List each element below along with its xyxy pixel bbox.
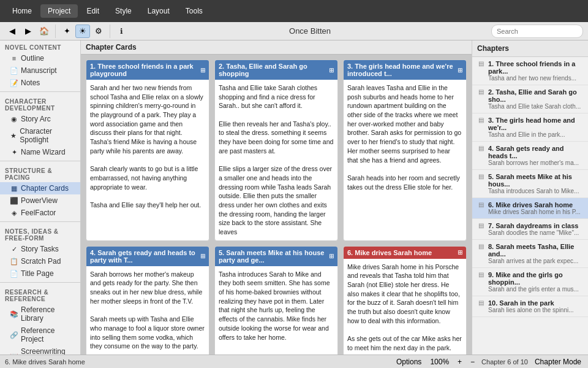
card-1[interactable]: 1. Three school friends in a park playgr…	[86, 59, 209, 241]
sidebar-label-chapter-cards: Chapter Cards	[21, 184, 69, 193]
chapter-title-5: 5. Sarah meets Mike at his hous...	[488, 173, 584, 188]
chapter-sub-10: Sarah lies alone on the spinni...	[488, 307, 584, 313]
sidebar-item-feelfactor[interactable]: ◈ FeelFactor	[0, 207, 80, 219]
chapter-text-8: 8. Sarah meets Tasha, Ellie and... Sarah…	[488, 243, 584, 264]
tab-project[interactable]: Project	[40, 4, 78, 18]
card-title-1: 1. Three school friends in a park playgr…	[90, 63, 200, 77]
tab-layout[interactable]: Layout	[140, 4, 177, 18]
view-button-1[interactable]: ✦	[59, 25, 74, 38]
settings-button[interactable]: ⚙	[91, 25, 106, 38]
chapter-title-6: 6. Mike drives Sarah home	[488, 201, 584, 209]
card-5[interactable]: 5. Sarah meets Mike at his house party a…	[214, 246, 338, 355]
nav-group: ◀ ▶ 🏠	[5, 25, 56, 38]
chapter-item-3[interactable]: ▤ 3. The girls head home and we'r... Tas…	[472, 113, 588, 142]
sidebar-item-story-tasks[interactable]: ✓ Story Tasks	[0, 243, 80, 255]
chapter-item-9[interactable]: ▤ 9. Mike and the girls go shoppin... Sa…	[472, 268, 588, 296]
chapter-title-10: 10. Sarah in the park	[488, 299, 584, 307]
tab-tools[interactable]: Tools	[178, 4, 210, 18]
card-header-1: 1. Three school friends in a park playgr…	[86, 60, 209, 80]
chapter-icon-2: ▤	[476, 88, 486, 95]
forward-button[interactable]: ▶	[21, 25, 36, 38]
reference-project-icon: 🔗	[10, 331, 18, 339]
chapter-item-2[interactable]: ▤ 2. Tasha, Ellie and Sarah go sho... Ta…	[472, 85, 588, 113]
zoom-button[interactable]: 100%	[428, 357, 451, 367]
sidebar-item-powerview[interactable]: ⬛ PowerView	[0, 194, 80, 207]
options-button[interactable]: Options	[394, 357, 423, 367]
card-icon-6: ⊞	[458, 249, 462, 256]
chapter-mode-button[interactable]: Chapter Mode	[533, 357, 583, 367]
status-right: Options 100% + − Chapter 6 of 10 Chapter…	[394, 357, 583, 367]
title-page-icon: 📄	[10, 270, 18, 278]
tab-home[interactable]: Home	[5, 4, 39, 18]
sidebar-item-title-page[interactable]: 📄 Title Page	[0, 267, 80, 280]
sidebar-label-notes: Notes	[21, 79, 40, 87]
sidebar-item-name-wizard[interactable]: ✦ Name Wizard	[0, 146, 80, 158]
chapter-sub-2: Tasha and Ellie take Sarah cloth...	[488, 103, 584, 110]
chapter-text-5: 5. Sarah meets Mike at his hous... Tasha…	[488, 173, 584, 194]
card-header-6: 6. Mike drives Sarah home ⊞	[344, 247, 466, 259]
chapter-cards-header: Chapter Cards	[81, 40, 472, 55]
chapter-item-4[interactable]: ▤ 4. Sarah gets ready and heads t... Sar…	[472, 142, 588, 170]
card-4[interactable]: 4. Sarah gets ready and heads to party w…	[86, 246, 209, 355]
manuscript-icon: 📄	[10, 67, 18, 75]
chapter-item-5[interactable]: ▤ 5. Sarah meets Mike at his hous... Tas…	[472, 170, 588, 198]
sidebar-item-story-arc[interactable]: ◉ Story Arc	[0, 113, 80, 125]
sidebar-item-character-spotlight[interactable]: ★ Character Spotlight	[0, 125, 80, 146]
card-6[interactable]: 6. Mike drives Sarah home ⊞ Mike drives …	[343, 246, 467, 355]
zoom-out-button[interactable]: −	[469, 357, 477, 367]
powerview-icon: ⬛	[10, 197, 18, 205]
card-icon-5: ⊞	[329, 253, 334, 259]
chapter-title-1: 1. Three school friends in a park...	[488, 60, 584, 75]
sidebar-label-scratch-pad: Scratch Pad	[21, 257, 61, 266]
chapter-sub-7: Sarah doodles the name "Mike"...	[488, 229, 584, 236]
card-header-2: 2. Tasha, Ellie and Sarah go shopping ⊞	[215, 60, 337, 80]
chapter-item-10[interactable]: ▤ 10. Sarah in the park Sarah lies alone…	[472, 296, 588, 317]
sidebar-label-outline: Outline	[21, 54, 44, 63]
sidebar-label-reference-project: Reference Project	[21, 326, 75, 343]
status-text: 6. Mike drives Sarah home	[5, 358, 390, 366]
sidebar-item-scratch-pad[interactable]: 📋 Scratch Pad	[0, 255, 80, 267]
chapter-item-1[interactable]: ▤ 1. Three school friends in a park... T…	[472, 57, 588, 85]
card-header-4: 4. Sarah gets ready and heads to party w…	[86, 247, 209, 266]
sidebar-item-chapter-cards[interactable]: ▦ Chapter Cards	[0, 182, 80, 194]
chapter-text-10: 10. Sarah in the park Sarah lies alone o…	[488, 299, 584, 313]
chapter-item-6[interactable]: ▤ 6. Mike drives Sarah home Mike drives …	[472, 198, 588, 219]
sidebar-item-manuscript[interactable]: 📄 Manuscript	[0, 64, 80, 77]
tab-edit[interactable]: Edit	[79, 4, 107, 18]
card-2[interactable]: 2. Tasha, Ellie and Sarah go shopping ⊞ …	[214, 59, 338, 241]
card-title-5: 5. Sarah meets Mike at his house party a…	[219, 249, 329, 264]
card-3[interactable]: 3. The girls head home and we're introdu…	[343, 59, 467, 241]
view-group: ✦ ☀ ⚙	[59, 25, 110, 38]
top-bar: Home Project Edit Style Layout Tools	[0, 0, 588, 22]
glossary-icon: 📖	[10, 352, 18, 355]
search-input[interactable]	[491, 25, 583, 38]
back-button[interactable]: ◀	[5, 25, 20, 38]
chapter-title-8: 8. Sarah meets Tasha, Ellie and...	[488, 243, 584, 258]
chapter-icon-9: ▤	[476, 271, 486, 278]
divider-2	[0, 161, 80, 161]
chapter-sub-6: Mike drives Sarah home in his P...	[488, 209, 584, 215]
sidebar-item-reference-library[interactable]: 📚 Reference Library	[0, 304, 80, 324]
home-button[interactable]: 🏠	[37, 25, 51, 38]
card-icon-1: ⊞	[200, 67, 205, 74]
zoom-in-button[interactable]: +	[456, 357, 464, 367]
reference-library-icon: 📚	[10, 310, 18, 318]
chapter-item-7[interactable]: ▤ 7. Sarah daydreams in class Sarah dood…	[472, 219, 588, 240]
notes-icon: 📝	[10, 79, 18, 87]
sidebar-item-notes[interactable]: 📝 Notes	[0, 77, 80, 89]
cards-grid: 1. Three school friends in a park playgr…	[81, 55, 472, 355]
chapter-icon-10: ▤	[476, 299, 486, 306]
sidebar-item-outline[interactable]: ≡ Outline	[0, 52, 80, 64]
chapter-sub-8: Sarah arrives at the park expec...	[488, 258, 584, 264]
chapter-item-8[interactable]: ▤ 8. Sarah meets Tasha, Ellie and... Sar…	[472, 240, 588, 268]
tab-style[interactable]: Style	[108, 4, 139, 18]
sidebar-item-glossary[interactable]: 📖 Screenwriting Glossary	[0, 345, 80, 355]
info-icon[interactable]: ℹ	[114, 27, 129, 36]
app-title: Once Bitten	[131, 26, 489, 36]
card-body-4: Sarah borrows her mother's makeup and ge…	[86, 266, 209, 355]
bottom-bar: 6. Mike drives Sarah home Options 100% +…	[0, 355, 588, 368]
chapter-icon-5: ▤	[476, 173, 486, 180]
view-button-2[interactable]: ☀	[75, 25, 90, 38]
section-structure: Structure & Pacing	[0, 164, 80, 182]
sidebar-item-reference-project[interactable]: 🔗 Reference Project	[0, 324, 80, 345]
